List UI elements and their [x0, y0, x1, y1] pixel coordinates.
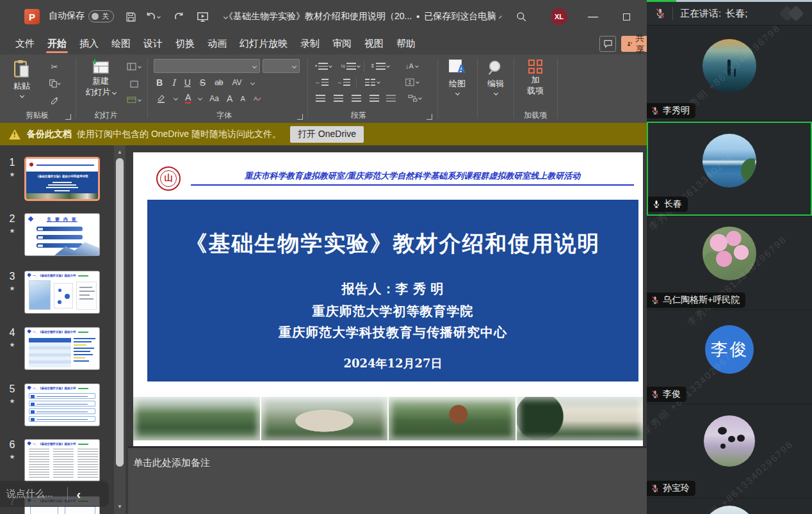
layout-button[interactable] [123, 60, 145, 74]
slide-thumbnail-2[interactable]: 主 要 内 容 [24, 213, 100, 256]
new-slide-button[interactable]: 新建 幻灯片 [82, 58, 119, 97]
participant-tile-6[interactable] [647, 499, 812, 514]
reset-slide-button[interactable] [123, 76, 145, 90]
columns-button[interactable] [361, 76, 383, 88]
paragraph-dialog-launcher[interactable] [426, 114, 432, 120]
scrollbar-thumb[interactable] [116, 158, 124, 467]
document-title-area[interactable]: 《基础生物学实验》教材介绍和使用说明（20... • 已保存到这台电脑 [224, 0, 493, 33]
change-case-button[interactable]: Aa [209, 94, 219, 103]
font-size-combobox[interactable] [263, 59, 300, 73]
shrink-font-button[interactable]: A [240, 95, 245, 102]
bold-button[interactable]: B [156, 77, 163, 88]
font-color-button[interactable]: A [185, 93, 191, 104]
search-icon[interactable] [512, 8, 530, 26]
participant-tile-2[interactable]: 长春 [647, 122, 812, 216]
slide-thumbnail-5[interactable]: 一、《基础生物学实验》教材介绍 [24, 383, 100, 426]
justify-button[interactable] [368, 92, 380, 104]
thumbnail-scrollbar[interactable]: ▲ ▼ [114, 145, 126, 514]
slide-thumbnail-3[interactable]: 一、《基础生物学实验》教材介绍 [24, 271, 100, 314]
participant-tile-4[interactable]: 李俊 李俊 [647, 310, 812, 403]
chevron-down-icon[interactable] [250, 80, 255, 84]
user-avatar[interactable]: XL [551, 8, 567, 25]
text-shadow-button[interactable]: ab [215, 78, 223, 87]
tab-help[interactable]: 帮助 [390, 33, 422, 54]
slide-date[interactable]: 2024年12月27日 [147, 356, 638, 371]
addins-button[interactable]: 加 载项 [520, 60, 551, 96]
minimize-button[interactable]: — [584, 8, 602, 26]
italic-button[interactable]: I [172, 77, 175, 88]
section-button[interactable] [123, 93, 145, 107]
tab-review[interactable]: 审阅 [326, 33, 358, 54]
clipboard-dialog-launcher[interactable] [65, 114, 71, 120]
powerpoint-app-icon[interactable]: P [24, 9, 40, 24]
tab-file[interactable]: 文件 [9, 33, 41, 54]
bullets-button[interactable]: • [314, 60, 333, 72]
paste-button[interactable]: 粘贴 [13, 60, 31, 97]
grow-font-button[interactable]: A [227, 93, 232, 104]
slide-thumbnail-4[interactable]: 一、《基础生物学实验》教材介绍 [24, 327, 100, 370]
tab-view[interactable]: 视图 [358, 33, 390, 54]
tab-animations[interactable]: 动画 [201, 33, 233, 54]
participant-tile-5[interactable]: 孙宝玲 [647, 405, 812, 497]
participant-tile-1[interactable]: 李秀明 [647, 26, 812, 120]
slide-canvas[interactable]: 重庆市科学教育虚拟教研室/重庆师范大学自然科学基础系列课程群虚拟教研室线上教研活… [133, 152, 643, 446]
text-direction-button[interactable]: ↓A [401, 60, 423, 72]
underline-button[interactable]: U [184, 77, 191, 88]
undo-button[interactable] [143, 8, 161, 26]
font-name-combobox[interactable] [154, 59, 260, 73]
participant-tile-3[interactable]: 乌仁陶格斯+呼民院 [647, 217, 812, 309]
font-dialog-launcher[interactable] [297, 114, 303, 120]
redo-button[interactable] [170, 8, 188, 26]
scroll-up-arrow[interactable]: ▲ [114, 147, 126, 157]
increase-indent-button[interactable]: → [336, 76, 351, 88]
strikethrough-button[interactable]: S [200, 77, 206, 88]
tab-design[interactable]: 设计 [137, 33, 169, 54]
notes-pane[interactable]: 单击此处添加备注 [128, 448, 647, 514]
character-spacing-button[interactable]: AV [232, 78, 241, 87]
chevron-down-icon[interactable] [174, 96, 178, 100]
slide-title[interactable]: 《基础生物学实验》教材介绍和使用说明 [147, 229, 638, 259]
numbering-button[interactable]: ½ [341, 60, 360, 72]
clear-formatting-icon[interactable]: A [253, 94, 262, 102]
highlight-pen-icon[interactable] [156, 94, 166, 103]
cut-button[interactable]: ✂ [46, 60, 63, 74]
chevron-down-icon[interactable] [198, 96, 202, 100]
editing-button[interactable]: 编辑 [480, 60, 511, 95]
slide-org2[interactable]: 重庆师范大学科技教育与传播研究中心 [147, 324, 638, 341]
decrease-indent-button[interactable]: ← [314, 76, 329, 88]
comments-button[interactable] [599, 36, 616, 52]
scroll-down-arrow[interactable]: ▼ [114, 501, 126, 511]
slide-title-block[interactable]: 《基础生物学实验》教材介绍和使用说明 报告人：李 秀 明 重庆师范大学初等教育学… [147, 200, 638, 381]
align-center-button[interactable] [332, 92, 345, 104]
distribute-button[interactable] [384, 92, 397, 104]
smartart-convert-button[interactable] [403, 92, 425, 104]
slide-thumbnail-1[interactable]: 《基础生物学实验》教材介绍和使用说明 [24, 157, 100, 201]
slideshow-icon[interactable] [193, 8, 211, 26]
maximize-button[interactable] [617, 8, 635, 26]
tab-slideshow[interactable]: 幻灯片放映 [233, 33, 294, 54]
align-right-button[interactable] [350, 92, 362, 104]
format-painter-button[interactable] [46, 93, 63, 107]
tab-transitions[interactable]: 切换 [169, 33, 201, 54]
tab-insert[interactable]: 插入 [73, 33, 105, 54]
drawing-button[interactable]: A 绘图 [442, 60, 473, 95]
align-left-button[interactable] [314, 92, 327, 104]
copy-button[interactable] [46, 76, 63, 90]
meeting-chat-overlay[interactable]: 说点什么... ‹ [0, 481, 109, 507]
tab-draw[interactable]: 绘图 [105, 33, 137, 54]
mic-muted-icon[interactable] [654, 8, 666, 19]
slide-header-text[interactable]: 重庆市科学教育虚拟教研室/重庆师范大学自然科学基础系列课程群虚拟教研室线上教研活… [191, 170, 634, 182]
chat-collapse-icon[interactable]: ‹ [77, 488, 81, 501]
save-icon[interactable] [122, 8, 140, 26]
chat-input-placeholder[interactable]: 说点什么... [6, 488, 53, 500]
open-onedrive-button[interactable]: 打开 OneDrive [290, 126, 364, 143]
share-button[interactable]: 共享 [621, 36, 647, 52]
slide-org1[interactable]: 重庆师范大学初等教育学院 [147, 303, 638, 320]
tab-home[interactable]: 开始 [41, 33, 73, 54]
slide-presenter[interactable]: 报告人：李 秀 明 [147, 280, 638, 298]
tab-record[interactable]: 录制 [294, 33, 326, 54]
autosave-toggle[interactable]: 关 [88, 10, 114, 22]
slide-thumbnail-6[interactable]: 一、《基础生物学实验》教材介绍 [24, 439, 100, 482]
line-spacing-button[interactable]: ⇕ [369, 60, 391, 72]
align-text-button[interactable] [401, 76, 423, 88]
